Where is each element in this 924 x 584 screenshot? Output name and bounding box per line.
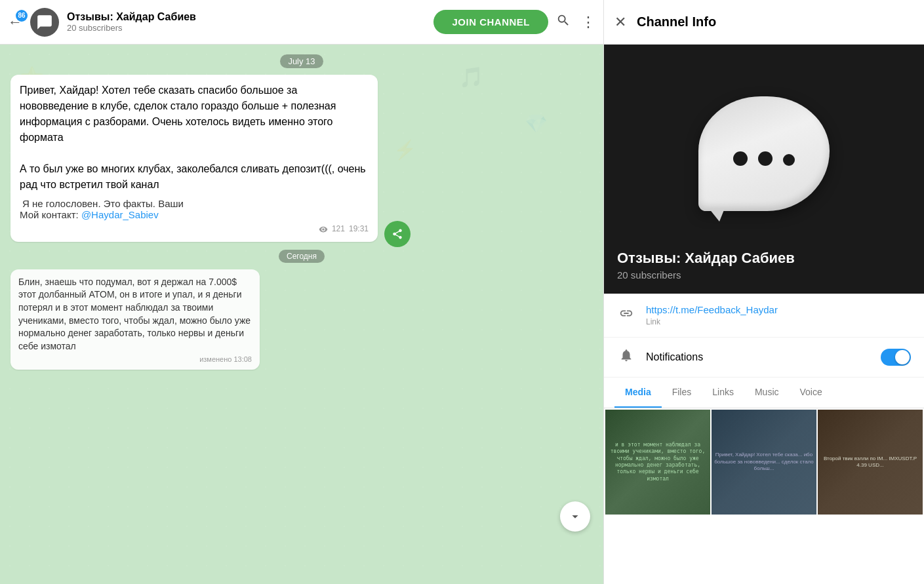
tab-links[interactable]: Links (702, 378, 744, 408)
join-channel-button[interactable]: JOIN CHANNEL (433, 10, 548, 34)
forward-button[interactable] (384, 221, 411, 247)
chat-messages: July 13 Привет, Хайдар! Хотел тебе сказа… (0, 45, 603, 380)
link-row: https://t.me/Feedback_Haydar Link (617, 304, 911, 326)
contact-line: Мой контакт: @Haydar_Sabiev (20, 209, 369, 220)
channel-info: Отзывы: Хайдар Сабиев 20 subscribers (67, 11, 426, 33)
contact-prefix: Мой контакт: (20, 209, 81, 220)
info-subscriber-count: 20 subscribers (617, 269, 681, 281)
info-panel: ✕ Channel Info Отзывы: Хайдар Сабиев 20 … (603, 0, 924, 584)
link-content: https://t.me/Feedback_Haydar Link (646, 304, 911, 326)
message-time-1: 19:31 (349, 224, 369, 233)
media-thumb-1[interactable]: и в этот момент наблюдал за твоими учени… (605, 410, 710, 515)
tab-media[interactable]: Media (614, 378, 662, 408)
info-header: ✕ Channel Info (604, 0, 924, 45)
link-sublabel: Link (646, 317, 911, 326)
message-text-2: Блин, знаешь что подумал, вот я держал н… (18, 276, 252, 353)
message-bubble-2: Блин, знаешь что подумал, вот я держал н… (10, 269, 260, 370)
notifications-label: Notifications (646, 351, 703, 362)
info-channel-name: Отзывы: Хайдар Сабиев (617, 250, 795, 267)
info-panel-title: Channel Info (637, 14, 716, 29)
contact-link[interactable]: @Haydar_Sabiev (81, 209, 159, 220)
today-separator: Сегодня (10, 250, 593, 262)
bubble-eyes (733, 142, 795, 166)
speech-bubble-avatar (698, 96, 830, 211)
message-footer-1: 121 19:31 (20, 224, 369, 234)
channel-avatar (30, 8, 59, 37)
media-grid: и в этот момент наблюдал за твоими учени… (604, 408, 924, 516)
notifications-content: Notifications (646, 351, 870, 363)
date-separator: July 13 (10, 55, 593, 67)
chat-background: ⭐ 🐶 🎮 🌙 🚀 ⚡ 🎵 💎 July 13 (0, 45, 603, 584)
channel-avatar-section: Отзывы: Хайдар Сабиев 20 subscribers (604, 45, 924, 294)
media-tabs: Media Files Links Music Voice (604, 378, 924, 408)
message-views: 121 (319, 224, 345, 234)
eye-center (758, 151, 773, 166)
notifications-icon (617, 348, 635, 366)
sub-text: Я не голословен. Это факты. Ваши (20, 198, 369, 209)
tab-voice[interactable]: Voice (790, 378, 833, 408)
chat-panel: ← 86 Отзывы: Хайдар Сабиев 20 subscriber… (0, 0, 603, 584)
notifications-row: Notifications (617, 348, 911, 366)
back-button[interactable]: ← 86 (8, 14, 22, 31)
eye-right (783, 154, 795, 166)
date-label: July 13 (280, 54, 323, 68)
eye-left (733, 151, 748, 166)
notifications-section: Notifications (604, 338, 924, 378)
media-thumb-2[interactable]: Привет, Хайдар! Хотел тебе сказа... ибо … (712, 410, 816, 515)
scroll-down-button[interactable] (560, 501, 590, 532)
close-button[interactable]: ✕ (614, 14, 626, 31)
link-icon (617, 306, 635, 324)
message-container-1: Привет, Хайдар! Хотел тебе сказать спаси… (10, 75, 378, 242)
chat-header: ← 86 Отзывы: Хайдар Сабиев 20 subscriber… (0, 0, 603, 45)
search-button[interactable] (556, 13, 571, 31)
media-thumb-3[interactable]: Второй твик взлли по IM... IMXUSDT.P 4.3… (818, 410, 923, 515)
chat-body: ⭐ 🐶 🎮 🌙 🚀 ⚡ 🎵 💎 July 13 (0, 45, 603, 584)
notifications-toggle[interactable] (881, 349, 911, 366)
message-footer-2: изменено 13:08 (18, 355, 252, 363)
message-bubble-1: Привет, Хайдар! Хотел тебе сказать спаси… (10, 75, 378, 242)
view-count: 121 (332, 224, 345, 233)
tab-music[interactable]: Music (744, 378, 790, 408)
header-icons: ⋮ (556, 13, 595, 31)
today-label: Сегодня (279, 250, 325, 263)
channel-name: Отзывы: Хайдар Сабиев (67, 11, 426, 23)
message-text-1: Привет, Хайдар! Хотел тебе сказать спаси… (20, 83, 369, 193)
toggle-knob (895, 350, 910, 364)
tab-files[interactable]: Files (662, 378, 702, 408)
subscriber-count: 20 subscribers (67, 23, 426, 33)
channel-link[interactable]: https://t.me/Feedback_Haydar (646, 304, 778, 315)
link-section: https://t.me/Feedback_Haydar Link (604, 294, 924, 338)
more-options-button[interactable]: ⋮ (581, 14, 595, 31)
notification-badge: 86 (16, 10, 28, 22)
